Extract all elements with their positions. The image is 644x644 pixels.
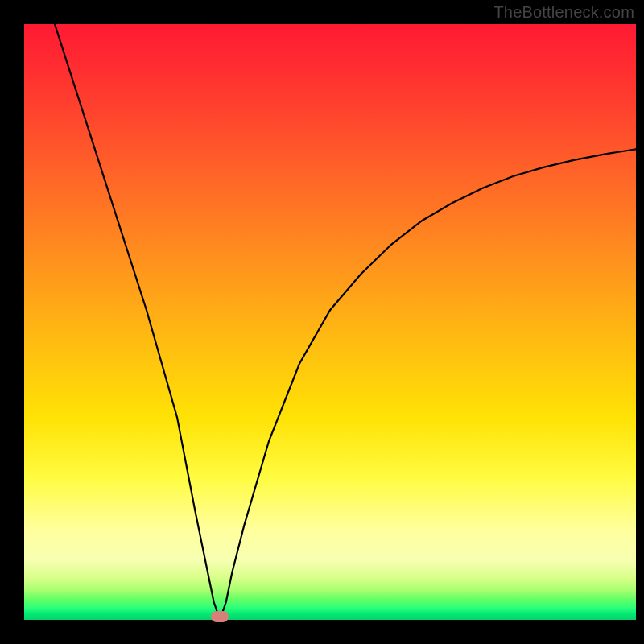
bottleneck-curve — [55, 24, 636, 620]
curve-svg — [24, 24, 636, 620]
optimal-marker — [211, 611, 229, 622]
plot-area — [24, 24, 636, 620]
plot-frame — [24, 24, 636, 620]
watermark-text: TheBottleneck.com — [493, 3, 634, 22]
